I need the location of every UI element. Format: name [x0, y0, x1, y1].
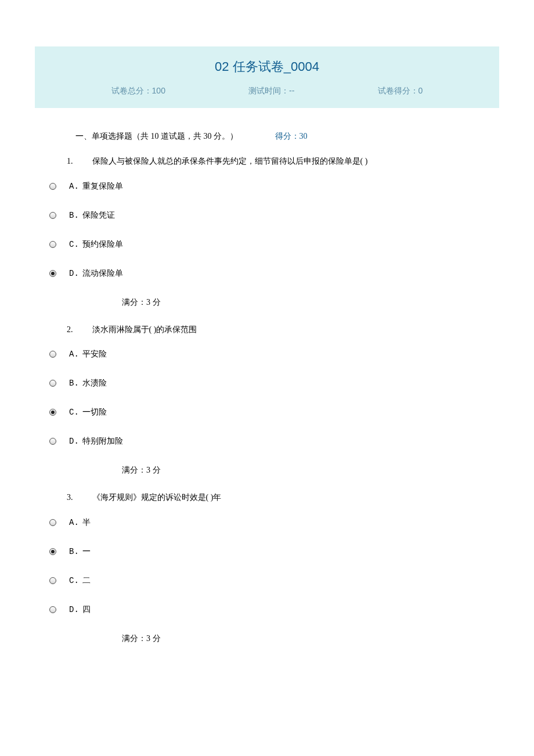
question-body: 保险人与被保险人就总的承保条件事先约定，细节留待以后申报的保险单是( ) — [92, 157, 368, 165]
option-text: 特别附加险 — [82, 436, 123, 447]
section-title: 一、单项选择题（共 10 道试题，共 30 分。） — [75, 132, 238, 141]
question-block: 1. 保险人与被保险人就总的承保条件事先约定，细节留待以后申报的保险单是( ) … — [35, 156, 499, 308]
option-letter: C. — [69, 576, 79, 585]
radio-icon[interactable] — [49, 548, 56, 555]
option-row[interactable]: C. 预约保险单 — [35, 239, 499, 250]
option-text: 半 — [82, 517, 91, 528]
user-score-label: 试卷得分：0 — [378, 86, 423, 96]
option-letter: A. — [69, 350, 79, 359]
option-text: 重复保险单 — [82, 181, 123, 192]
question-block: 2. 淡水雨淋险属于( )的承保范围 A. 平安险 B. 水渍险 C. 一切险 … — [35, 324, 499, 476]
question-block: 3. 《海牙规则》规定的诉讼时效是( )年 A. 半 B. 一 C. 二 D. … — [35, 492, 499, 644]
option-letter: D. — [69, 605, 79, 614]
option-row[interactable]: C. 一切险 — [35, 407, 499, 417]
radio-icon[interactable] — [49, 606, 56, 613]
option-letter: D. — [69, 437, 79, 446]
option-row[interactable]: D. 特别附加险 — [35, 436, 499, 447]
radio-icon[interactable] — [49, 241, 56, 248]
question-score: 满分：3 分 — [35, 465, 499, 476]
question-text: 3. 《海牙规则》规定的诉讼时效是( )年 — [35, 492, 499, 503]
question-score: 满分：3 分 — [35, 633, 499, 644]
option-row[interactable]: A. 半 — [35, 517, 499, 528]
section-header: 一、单项选择题（共 10 道试题，共 30 分。） 得分：30 — [35, 131, 499, 142]
radio-icon[interactable] — [49, 577, 56, 584]
total-score-label: 试卷总分：100 — [111, 86, 165, 96]
question-text: 2. 淡水雨淋险属于( )的承保范围 — [35, 324, 499, 336]
question-body: 《海牙规则》规定的诉讼时效是( )年 — [92, 493, 222, 502]
option-letter: D. — [69, 269, 79, 278]
question-number: 1. — [67, 156, 90, 167]
question-body: 淡水雨淋险属于( )的承保范围 — [92, 325, 197, 334]
option-text: 流动保险单 — [82, 268, 123, 279]
option-letter: B. — [69, 547, 79, 556]
radio-icon[interactable] — [49, 438, 56, 445]
option-row[interactable]: C. 二 — [35, 575, 499, 586]
question-text: 1. 保险人与被保险人就总的承保条件事先约定，细节留待以后申报的保险单是( ) — [35, 156, 499, 167]
option-row[interactable]: D. 流动保险单 — [35, 268, 499, 279]
option-letter: B. — [69, 211, 79, 220]
option-text: 平安险 — [82, 349, 107, 359]
option-row[interactable]: B. 一 — [35, 546, 499, 557]
option-letter: B. — [69, 379, 79, 388]
option-letter: C. — [69, 408, 79, 417]
radio-icon[interactable] — [49, 519, 56, 526]
option-text: 保险凭证 — [82, 210, 115, 221]
exam-page: 02 任务试卷_0004 试卷总分：100 测试时间：-- 试卷得分：0 一、单… — [0, 0, 534, 683]
option-row[interactable]: B. 水渍险 — [35, 378, 499, 388]
header-panel: 02 任务试卷_0004 试卷总分：100 测试时间：-- 试卷得分：0 — [35, 46, 499, 108]
question-number: 3. — [67, 492, 90, 503]
option-text: 二 — [82, 575, 91, 586]
radio-icon[interactable] — [49, 409, 56, 416]
question-number: 2. — [67, 324, 90, 336]
option-text: 水渍险 — [82, 378, 107, 388]
option-letter: C. — [69, 240, 79, 249]
question-score: 满分：3 分 — [35, 297, 499, 308]
radio-icon[interactable] — [49, 183, 56, 190]
section-score: 得分：30 — [275, 132, 308, 141]
option-text: 一切险 — [82, 407, 107, 417]
page-title: 02 任务试卷_0004 — [35, 58, 499, 75]
radio-icon[interactable] — [49, 212, 56, 219]
radio-icon[interactable] — [49, 351, 56, 358]
option-text: 四 — [82, 604, 91, 615]
option-letter: A. — [69, 182, 79, 191]
test-time-label: 测试时间：-- — [248, 86, 294, 96]
option-row[interactable]: B. 保险凭证 — [35, 210, 499, 221]
radio-icon[interactable] — [49, 270, 56, 277]
option-row[interactable]: D. 四 — [35, 604, 499, 615]
meta-row: 试卷总分：100 测试时间：-- 试卷得分：0 — [35, 86, 499, 96]
option-row[interactable]: A. 重复保险单 — [35, 181, 499, 192]
option-row[interactable]: A. 平安险 — [35, 349, 499, 359]
radio-icon[interactable] — [49, 380, 56, 387]
option-letter: A. — [69, 518, 79, 527]
option-text: 一 — [82, 546, 91, 557]
option-text: 预约保险单 — [82, 239, 123, 250]
